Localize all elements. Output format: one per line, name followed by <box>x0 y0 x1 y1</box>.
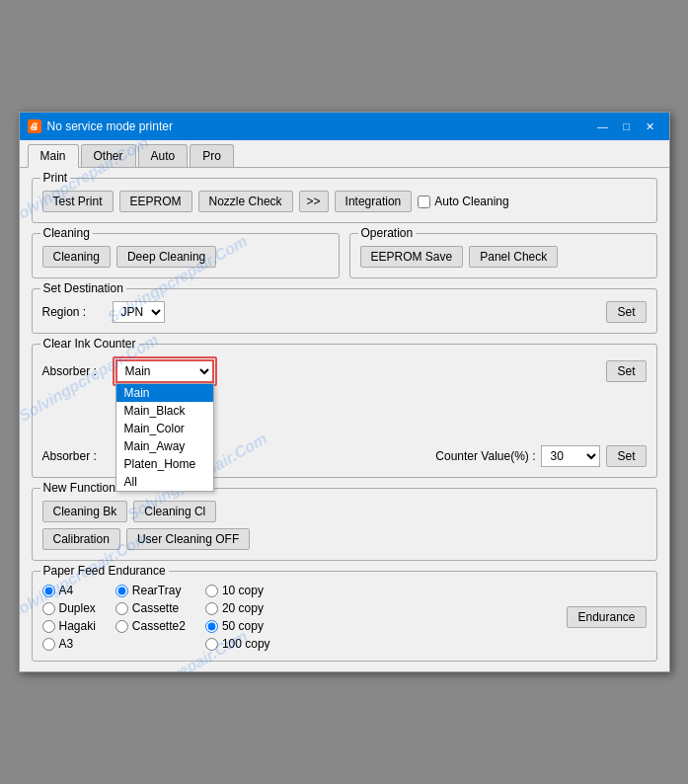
clear-ink-set-button[interactable]: Set <box>606 360 646 382</box>
radio-a3-label: A3 <box>59 637 74 651</box>
absorber-option-main[interactable]: Main <box>116 384 213 402</box>
panel-check-button[interactable]: Panel Check <box>469 246 558 268</box>
region-label: Region : <box>42 305 107 319</box>
arrows-button[interactable]: >> <box>299 191 329 212</box>
tab-bar: Main Other Auto Pro <box>20 140 669 168</box>
set-destination-label: Set Destination <box>40 281 126 295</box>
radio-a4-label: A4 <box>59 584 74 597</box>
radio-20copy-label: 20 copy <box>222 601 264 615</box>
clear-ink-counter-label: Clear Ink Counter <box>40 337 139 351</box>
paper-feed-endurance-group: Paper Feed Endurance A4 Duplex Hagaki <box>32 571 657 662</box>
cleaning-group: Cleaning Cleaning Deep Cleaning <box>32 233 340 278</box>
cleaning-buttons-row: Cleaning Deep Cleaning <box>42 246 329 268</box>
test-print-button[interactable]: Test Print <box>42 191 114 212</box>
absorber-select-box: Main Main Main_Black Main_Color Main_Awa… <box>113 356 217 386</box>
cleaning-button[interactable]: Cleaning <box>42 246 111 268</box>
radio-cassette2-label: Cassette2 <box>132 619 186 633</box>
radio-a4-row: A4 <box>42 584 96 597</box>
set-destination-button[interactable]: Set <box>606 301 646 323</box>
absorber-select[interactable]: Main <box>115 359 214 383</box>
user-cleaning-off-button[interactable]: User Cleaning OFF <box>126 528 250 550</box>
radio-10copy[interactable] <box>205 585 218 597</box>
window-controls: — □ ✕ <box>592 117 661 136</box>
radio-cassette[interactable] <box>115 602 128 615</box>
integration-button[interactable]: Integration <box>335 191 413 212</box>
operation-group-label: Operation <box>358 226 417 240</box>
radio-50copy-label: 50 copy <box>222 619 264 633</box>
absorber-row: Absorber : Main Main Main_Black Main_Col… <box>42 356 647 386</box>
operation-buttons-row: EEPROM Save Panel Check <box>360 246 647 268</box>
tab-main[interactable]: Main <box>28 144 79 168</box>
minimize-button[interactable]: — <box>592 117 614 136</box>
auto-cleaning-checkbox[interactable] <box>418 196 430 208</box>
radio-a3-row: A3 <box>42 637 96 651</box>
radio-50copy[interactable] <box>205 620 218 633</box>
new-function-group: New Function Cleaning Bk Cleaning Cl Cal… <box>32 488 657 561</box>
absorber-dropdown-list: Main Main_Black Main_Color Main_Away Pla… <box>115 383 214 492</box>
radio-duplex-row: Duplex <box>42 601 96 615</box>
copy-count-col: 10 copy 20 copy 50 copy 100 copy <box>205 584 270 651</box>
radio-cassette-row: Cassette <box>115 601 186 615</box>
print-group-label: Print <box>40 171 71 185</box>
paper-feed-label: Paper Feed Endurance <box>40 564 169 578</box>
radio-rear-tray-label: RearTray <box>132 584 182 597</box>
absorber-option-main-color[interactable]: Main_Color <box>116 420 213 437</box>
radio-cassette2[interactable] <box>115 620 128 633</box>
cleaning-cl-button[interactable]: Cleaning Cl <box>133 501 216 522</box>
counter-value-select[interactable]: 30 50 70 100 <box>541 445 600 467</box>
main-content: Print Test Print EEPROM Nozzle Check >> … <box>20 168 669 671</box>
cleaning-bk-button[interactable]: Cleaning Bk <box>42 501 128 522</box>
region-row: Region : JPN Set <box>42 301 647 323</box>
tab-auto[interactable]: Auto <box>138 144 189 167</box>
radio-cassette2-row: Cassette2 <box>115 619 186 633</box>
eeprom-button[interactable]: EEPROM <box>119 191 192 212</box>
radio-duplex-label: Duplex <box>59 601 96 615</box>
radio-rear-tray-row: RearTray <box>115 584 186 597</box>
app-icon: 🖨 <box>28 119 41 133</box>
radio-rear-tray[interactable] <box>115 585 128 597</box>
deep-cleaning-button[interactable]: Deep Cleaning <box>116 246 216 268</box>
paper-feed-content: A4 Duplex Hagaki A3 <box>42 584 647 651</box>
radio-50copy-row: 50 copy <box>205 619 270 633</box>
endurance-button[interactable]: Endurance <box>567 606 646 628</box>
absorber-dropdown[interactable]: Main Main Main_Black Main_Color Main_Awa… <box>115 359 214 383</box>
clear-ink-counter-group: Clear Ink Counter Absorber : Main Main M… <box>32 344 657 478</box>
radio-100copy[interactable] <box>205 638 218 651</box>
radio-hagaki-row: Hagaki <box>42 619 96 633</box>
absorber-option-platen-home[interactable]: Platen_Home <box>116 455 213 473</box>
radio-cassette-label: Cassette <box>132 601 179 615</box>
tab-other[interactable]: Other <box>81 144 136 167</box>
absorber-option-all[interactable]: All <box>116 473 213 491</box>
ink-absorber-set-button[interactable]: Set <box>606 445 646 467</box>
radio-100copy-row: 100 copy <box>205 637 270 651</box>
region-select[interactable]: JPN <box>113 301 165 323</box>
eeprom-save-button[interactable]: EEPROM Save <box>360 246 464 268</box>
radio-20copy-row: 20 copy <box>205 601 270 615</box>
auto-cleaning-checkbox-row: Auto Cleaning <box>418 195 508 208</box>
window-title: No service mode printer <box>47 119 173 133</box>
absorber-label: Absorber : <box>42 364 107 378</box>
radio-hagaki[interactable] <box>42 620 55 633</box>
auto-cleaning-label: Auto Cleaning <box>434 195 508 208</box>
absorber-option-main-away[interactable]: Main_Away <box>116 437 213 455</box>
calibration-button[interactable]: Calibration <box>42 528 120 550</box>
close-button[interactable]: ✕ <box>640 117 661 136</box>
maximize-button[interactable]: □ <box>616 117 638 136</box>
tray-col: RearTray Cassette Cassette2 <box>115 584 186 651</box>
print-buttons-row: Test Print EEPROM Nozzle Check >> Integr… <box>42 191 647 212</box>
radio-100copy-label: 100 copy <box>222 637 270 651</box>
radio-20copy[interactable] <box>205 602 218 615</box>
counter-value-label: Counter Value(%) : <box>435 449 535 463</box>
new-function-buttons: Cleaning Bk Cleaning Cl <box>42 501 647 522</box>
radio-10copy-label: 10 copy <box>222 584 264 597</box>
cleaning-group-label: Cleaning <box>40 226 93 240</box>
nozzle-check-button[interactable]: Nozzle Check <box>198 191 293 212</box>
radio-a4[interactable] <box>42 585 55 597</box>
title-bar: 🖨 No service mode printer — □ ✕ <box>20 113 669 140</box>
absorber-option-main-black[interactable]: Main_Black <box>116 402 213 420</box>
tab-pro[interactable]: Pro <box>190 144 234 167</box>
radio-a3[interactable] <box>42 638 55 651</box>
radio-duplex[interactable] <box>42 602 55 615</box>
ink-absorber-label: Absorber : <box>42 449 107 463</box>
operation-group: Operation EEPROM Save Panel Check <box>349 233 657 278</box>
